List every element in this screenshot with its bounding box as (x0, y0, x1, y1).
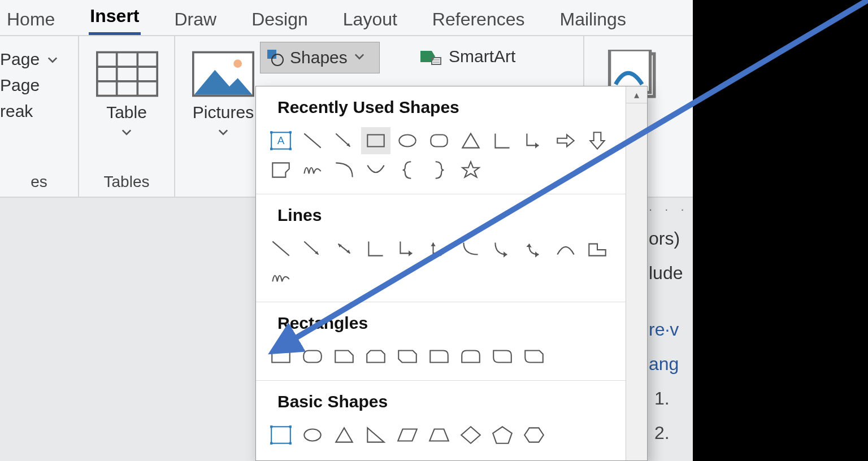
chevron-down-icon (354, 50, 364, 65)
shape-left-brace[interactable] (393, 156, 422, 184)
svg-rect-0 (97, 53, 157, 96)
shape-arc[interactable] (329, 156, 359, 184)
document-text-peek: · · · ors) lude re·v ang 1. 2. (649, 198, 693, 450)
svg-rect-34 (289, 442, 292, 445)
svg-point-35 (304, 429, 320, 441)
doc-line-4: ang (649, 347, 693, 381)
cover-page-label: Page (0, 50, 40, 68)
shape-text-box2[interactable] (266, 421, 296, 449)
shape-line-arrow[interactable] (329, 127, 359, 154)
shape-round-rect[interactable] (298, 343, 327, 370)
shape-right-tri[interactable] (361, 421, 390, 449)
svg-line-25 (272, 241, 289, 255)
shape-elbow-arrow2[interactable] (393, 235, 422, 262)
shape-triangle[interactable] (456, 127, 485, 154)
shape-elbow[interactable] (361, 235, 390, 262)
shape-oval[interactable] (393, 127, 422, 154)
shape-right-brace[interactable] (424, 156, 454, 184)
shapes-dropdown: ▴ Recently Used Shapes A (255, 86, 648, 461)
shape-callout[interactable] (266, 156, 296, 184)
shape-triangle2[interactable] (329, 421, 359, 449)
page-break-label: reak (0, 102, 33, 120)
shape-snip-same[interactable] (361, 343, 390, 370)
tab-insert[interactable]: Insert (89, 0, 140, 36)
doc-line-3: re·v (649, 312, 693, 347)
svg-rect-33 (270, 442, 272, 445)
svg-rect-15 (270, 131, 272, 133)
shape-curved-double[interactable] (519, 235, 549, 262)
cover-page-button[interactable]: Page (0, 46, 58, 72)
shape-star[interactable] (456, 156, 485, 184)
shape-freeform[interactable] (583, 235, 612, 262)
group-tables: Table Tables (79, 36, 175, 197)
shape-rect[interactable] (266, 343, 296, 370)
shape-curve[interactable] (361, 156, 390, 184)
section-rectangles: Rectangles (256, 302, 647, 381)
lines-row (264, 235, 641, 292)
blank-page-button[interactable]: Page (0, 72, 58, 98)
tab-draw[interactable]: Draw (173, 3, 218, 32)
shape-scribble2[interactable] (266, 264, 296, 292)
rectangles-row (264, 343, 641, 370)
pictures-button-label: Pictures (193, 103, 254, 121)
svg-point-8 (272, 54, 283, 66)
ruler-dots: · · · (649, 198, 693, 221)
table-button[interactable]: Table (79, 103, 174, 141)
tab-layout[interactable]: Layout (342, 3, 398, 32)
scrollbar[interactable]: ▴ (626, 86, 647, 460)
svg-rect-30 (271, 427, 290, 443)
tab-home[interactable]: Home (6, 3, 56, 32)
shape-diamond[interactable] (456, 421, 485, 449)
group-tables-label: Tables (79, 173, 174, 191)
shape-round-diag[interactable] (488, 343, 517, 370)
shape-round-single[interactable] (424, 343, 454, 370)
svg-rect-16 (289, 131, 292, 133)
shape-hexagon[interactable] (519, 421, 549, 449)
smartart-button[interactable]: SmartArt (418, 46, 515, 67)
shape-snip-diag[interactable] (393, 343, 422, 370)
shape-arc2[interactable] (551, 235, 580, 262)
svg-point-23 (399, 135, 415, 147)
shape-round-snip[interactable] (519, 343, 549, 370)
shape-text-box[interactable]: A (266, 127, 296, 154)
shape-oval2[interactable] (298, 421, 327, 449)
shape-elbow-arrow[interactable] (519, 127, 549, 154)
shape-parallelogram[interactable] (393, 421, 422, 449)
tab-mailings[interactable]: Mailings (559, 3, 627, 32)
shape-line2[interactable] (266, 235, 296, 262)
shape-trapezoid[interactable] (424, 421, 454, 449)
scroll-up-button[interactable]: ▴ (626, 86, 647, 103)
shapes-button[interactable]: Shapes (260, 42, 380, 73)
doc-line-1: ors) (649, 221, 693, 256)
shape-scribble[interactable] (298, 156, 327, 184)
svg-rect-18 (289, 148, 292, 150)
svg-rect-29 (303, 351, 322, 363)
group-pages: Page Page reak es (0, 36, 79, 197)
shapes-icon (265, 47, 285, 68)
pictures-icon (192, 51, 254, 97)
section-basic: Basic Shapes (256, 381, 647, 459)
shape-round-same[interactable] (456, 343, 485, 370)
shape-right-arrow[interactable] (551, 127, 580, 154)
shape-line-arrow2[interactable] (298, 235, 327, 262)
shape-down-arrow[interactable] (583, 127, 612, 154)
shape-rounded-rectangle[interactable] (424, 127, 454, 154)
shape-snip-single[interactable] (329, 343, 359, 370)
section-recent-title: Recently Used Shapes (264, 94, 641, 127)
section-lines-title: Lines (264, 202, 641, 235)
shape-curve-conn[interactable] (456, 235, 485, 262)
chevron-down-icon (121, 127, 132, 137)
section-basic-title: Basic Shapes (264, 389, 641, 421)
page-break-button[interactable]: reak (0, 98, 58, 124)
shape-line[interactable] (298, 127, 327, 154)
shape-rectangle[interactable] (361, 127, 390, 154)
shape-curved-arrow[interactable] (488, 235, 517, 262)
shape-elbow-double[interactable] (424, 235, 454, 262)
svg-rect-22 (367, 135, 384, 147)
shape-double-arrow[interactable] (329, 235, 359, 262)
svg-rect-28 (272, 351, 290, 363)
shape-pentagon[interactable] (488, 421, 517, 449)
tab-references[interactable]: References (431, 3, 526, 32)
shape-l-shape[interactable] (488, 127, 517, 154)
tab-design[interactable]: Design (250, 3, 309, 32)
